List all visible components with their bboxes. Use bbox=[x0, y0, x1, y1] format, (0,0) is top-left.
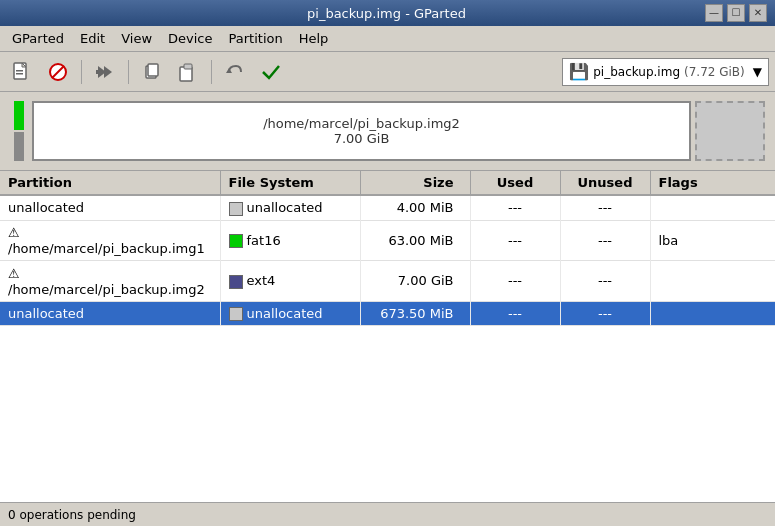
partition-table: Partition File System Size Used Unused F… bbox=[0, 170, 775, 502]
device-dropdown-arrow: ▼ bbox=[753, 65, 762, 79]
used-cell: --- bbox=[470, 220, 560, 261]
disk-area: /home/marcel/pi_backup.img2 7.00 GiB bbox=[0, 92, 775, 170]
menu-gparted[interactable]: GParted bbox=[4, 29, 72, 48]
filesystem-cell: ext4 bbox=[220, 261, 360, 302]
svg-marker-6 bbox=[104, 66, 112, 78]
toolbar-sep-1 bbox=[81, 60, 82, 84]
svg-rect-2 bbox=[16, 73, 23, 75]
flags-cell bbox=[650, 195, 775, 220]
table-row[interactable]: unallocatedunallocated673.50 MiB------ bbox=[0, 301, 775, 326]
toolbar: 💾 pi_backup.img (7.72 GiB) ▼ bbox=[0, 52, 775, 92]
col-header-unused: Unused bbox=[560, 171, 650, 195]
sidebar-bar-gray bbox=[14, 132, 24, 161]
svg-marker-12 bbox=[226, 68, 232, 73]
filesystem-color-box bbox=[229, 202, 243, 216]
size-cell: 63.00 MiB bbox=[360, 220, 470, 261]
menu-device[interactable]: Device bbox=[160, 29, 220, 48]
new-button[interactable] bbox=[6, 57, 38, 87]
filesystem-cell: fat16 bbox=[220, 220, 360, 261]
size-cell: 673.50 MiB bbox=[360, 301, 470, 326]
partition-name-cell: unallocated bbox=[0, 301, 220, 326]
warning-icon: ⚠️ bbox=[8, 266, 24, 282]
warning-icon: ⚠️ bbox=[8, 225, 24, 241]
menu-edit[interactable]: Edit bbox=[72, 29, 113, 48]
col-header-used: Used bbox=[470, 171, 560, 195]
menu-bar: GParted Edit View Device Partition Help bbox=[0, 26, 775, 52]
menu-view[interactable]: View bbox=[113, 29, 160, 48]
device-selector[interactable]: 💾 pi_backup.img (7.72 GiB) ▼ bbox=[562, 58, 769, 86]
minimize-button[interactable]: — bbox=[705, 4, 723, 22]
used-cell: --- bbox=[470, 261, 560, 302]
device-size: (7.72 GiB) bbox=[684, 65, 745, 79]
title-bar: pi_backup.img - GParted — ☐ ✕ bbox=[0, 0, 775, 26]
status-bar: 0 operations pending bbox=[0, 502, 775, 526]
disk-sidebar bbox=[10, 101, 28, 161]
col-header-partition: Partition bbox=[0, 171, 220, 195]
disk-visual[interactable]: /home/marcel/pi_backup.img2 7.00 GiB bbox=[32, 101, 691, 161]
no-button[interactable] bbox=[42, 57, 74, 87]
partition-name-cell: unallocated bbox=[0, 195, 220, 220]
flags-cell: lba bbox=[650, 220, 775, 261]
disk-path: /home/marcel/pi_backup.img2 bbox=[263, 116, 460, 131]
flags-cell bbox=[650, 261, 775, 302]
flags-cell bbox=[650, 301, 775, 326]
partition-label: unallocated bbox=[8, 306, 84, 321]
table-row[interactable]: ⚠️/home/marcel/pi_backup.img2ext47.00 Gi… bbox=[0, 261, 775, 302]
table-row[interactable]: ⚠️/home/marcel/pi_backup.img1fat1663.00 … bbox=[0, 220, 775, 261]
filesystem-color-box bbox=[229, 307, 243, 321]
maximize-button[interactable]: ☐ bbox=[727, 4, 745, 22]
partition-label: unallocated bbox=[8, 200, 84, 215]
filesystem-cell: unallocated bbox=[220, 301, 360, 326]
col-header-filesystem: File System bbox=[220, 171, 360, 195]
svg-rect-7 bbox=[96, 70, 98, 74]
partition-name-cell: ⚠️/home/marcel/pi_backup.img1 bbox=[0, 220, 220, 261]
col-header-size: Size bbox=[360, 171, 470, 195]
svg-rect-9 bbox=[148, 64, 158, 76]
filesystem-label: unallocated bbox=[247, 306, 323, 321]
size-cell: 7.00 GiB bbox=[360, 261, 470, 302]
copy-button[interactable] bbox=[136, 57, 168, 87]
unused-cell: --- bbox=[560, 301, 650, 326]
window-controls[interactable]: — ☐ ✕ bbox=[705, 4, 767, 22]
unused-cell: --- bbox=[560, 220, 650, 261]
filesystem-color-box bbox=[229, 275, 243, 289]
paste-button[interactable] bbox=[172, 57, 204, 87]
disk-unallocated-visual bbox=[695, 101, 765, 161]
window-title: pi_backup.img - GParted bbox=[68, 6, 705, 21]
size-cell: 4.00 MiB bbox=[360, 195, 470, 220]
disk-size: 7.00 GiB bbox=[334, 131, 390, 146]
partition-label: /home/marcel/pi_backup.img1 bbox=[8, 241, 205, 256]
svg-rect-1 bbox=[16, 70, 23, 72]
unused-cell: --- bbox=[560, 195, 650, 220]
filesystem-color-box bbox=[229, 234, 243, 248]
device-icon: 💾 bbox=[569, 62, 589, 81]
partition-name-cell: ⚠️/home/marcel/pi_backup.img2 bbox=[0, 261, 220, 302]
filesystem-label: fat16 bbox=[247, 233, 281, 248]
close-button[interactable]: ✕ bbox=[749, 4, 767, 22]
filesystem-label: ext4 bbox=[247, 273, 276, 288]
menu-help[interactable]: Help bbox=[291, 29, 337, 48]
device-name: pi_backup.img bbox=[593, 65, 680, 79]
used-cell: --- bbox=[470, 301, 560, 326]
status-text: 0 operations pending bbox=[8, 508, 136, 522]
menu-partition[interactable]: Partition bbox=[221, 29, 291, 48]
sidebar-bar-green bbox=[14, 101, 24, 130]
apply-button[interactable] bbox=[255, 57, 287, 87]
toolbar-sep-3 bbox=[211, 60, 212, 84]
toolbar-sep-2 bbox=[128, 60, 129, 84]
partition-label: /home/marcel/pi_backup.img2 bbox=[8, 282, 205, 297]
unused-cell: --- bbox=[560, 261, 650, 302]
filesystem-cell: unallocated bbox=[220, 195, 360, 220]
svg-rect-11 bbox=[184, 64, 192, 69]
used-cell: --- bbox=[470, 195, 560, 220]
filesystem-label: unallocated bbox=[247, 200, 323, 215]
table-row[interactable]: unallocatedunallocated4.00 MiB------ bbox=[0, 195, 775, 220]
apply-all-button[interactable] bbox=[89, 57, 121, 87]
col-header-flags: Flags bbox=[650, 171, 775, 195]
undo-button[interactable] bbox=[219, 57, 251, 87]
